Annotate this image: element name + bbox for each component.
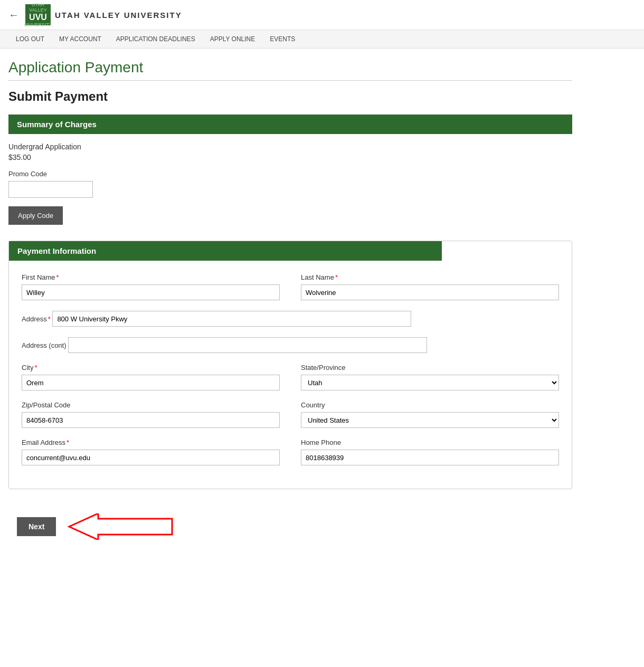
city-group: City* bbox=[22, 364, 280, 390]
logo-subtitle-bottom: UNIVERSITY bbox=[24, 22, 52, 27]
city-state-row: City* State/Province UtahAlabamaAlaskaAr… bbox=[22, 364, 559, 390]
bottom-bar: Next bbox=[8, 505, 572, 548]
state-label: State/Province bbox=[301, 364, 559, 371]
summary-section: Summary of Charges Undergrad Application… bbox=[8, 115, 572, 241]
promo-code-label: Promo Code bbox=[8, 170, 572, 178]
last-name-group: Last Name* bbox=[301, 273, 559, 300]
nav-bar: LOG OUT MY ACCOUNT APPLICATION DEADLINES… bbox=[0, 30, 644, 49]
charge-item-amount: $35.00 bbox=[8, 153, 572, 161]
page-content: Application Payment Submit Payment Summa… bbox=[0, 49, 581, 559]
first-name-label: First Name* bbox=[22, 273, 280, 281]
last-name-input[interactable] bbox=[301, 284, 559, 300]
first-name-input[interactable] bbox=[22, 284, 280, 300]
phone-label: Home Phone bbox=[301, 439, 559, 446]
address-cont-label: Address (cont) bbox=[22, 341, 67, 349]
country-select[interactable]: United StatesCanadaMexicoUnited KingdomA… bbox=[301, 412, 559, 428]
city-required: * bbox=[34, 364, 37, 371]
logo-subtitle-top: UTAH VALLEY bbox=[24, 2, 52, 13]
logo-area: UTAH VALLEY UVU UNIVERSITY UTAH VALLEY U… bbox=[25, 4, 182, 25]
charge-item-name: Undergrad Application bbox=[8, 142, 572, 151]
svg-marker-0 bbox=[69, 513, 172, 540]
email-input[interactable] bbox=[22, 450, 280, 465]
state-select[interactable]: UtahAlabamaAlaskaArizonaArkansasCaliforn… bbox=[301, 375, 559, 390]
state-group: State/Province UtahAlabamaAlaskaArizonaA… bbox=[301, 364, 559, 390]
last-name-required: * bbox=[335, 273, 338, 281]
arrow-svg bbox=[67, 513, 183, 540]
next-button[interactable]: Next bbox=[17, 517, 56, 536]
arrow-indicator bbox=[67, 513, 183, 540]
summary-header: Summary of Charges bbox=[8, 115, 572, 134]
address-label: Address* bbox=[22, 315, 52, 323]
phone-input[interactable] bbox=[301, 450, 559, 465]
logo-box: UTAH VALLEY UVU UNIVERSITY bbox=[25, 4, 51, 25]
country-label: Country bbox=[301, 401, 559, 409]
email-required: * bbox=[67, 439, 69, 446]
address-cont-row: Address (cont) bbox=[22, 337, 559, 353]
email-group: Email Address* bbox=[22, 439, 280, 465]
promo-code-input[interactable] bbox=[8, 181, 93, 198]
zip-label: Zip/Postal Code bbox=[22, 401, 280, 409]
name-row: First Name* Last Name* bbox=[22, 273, 559, 300]
university-name: UTAH VALLEY UNIVERSITY bbox=[55, 11, 182, 20]
zip-country-row: Zip/Postal Code Country United StatesCan… bbox=[22, 401, 559, 428]
first-name-required: * bbox=[56, 273, 59, 281]
nav-my-account[interactable]: MY ACCOUNT bbox=[52, 30, 109, 48]
city-label: City* bbox=[22, 364, 280, 371]
apply-code-button[interactable]: Apply Code bbox=[8, 206, 63, 225]
email-label: Email Address* bbox=[22, 439, 280, 446]
logo-uvu-text: UVU bbox=[24, 13, 52, 22]
nav-logout[interactable]: LOG OUT bbox=[8, 30, 52, 48]
address-input[interactable] bbox=[52, 311, 411, 327]
first-name-group: First Name* bbox=[22, 273, 280, 300]
address-cont-input[interactable] bbox=[68, 337, 427, 353]
payment-form-body: First Name* Last Name* Address* bbox=[9, 273, 572, 489]
address-required: * bbox=[48, 315, 51, 323]
nav-apply-online[interactable]: APPLY ONLINE bbox=[203, 30, 263, 48]
city-input[interactable] bbox=[22, 375, 280, 390]
address-row: Address* bbox=[22, 311, 559, 327]
country-group: Country United StatesCanadaMexicoUnited … bbox=[301, 401, 559, 428]
nav-app-deadlines[interactable]: APPLICATION DEADLINES bbox=[109, 30, 203, 48]
section-title: Submit Payment bbox=[8, 89, 572, 104]
page-title: Application Payment bbox=[8, 59, 572, 81]
payment-info-header: Payment Information bbox=[9, 241, 442, 261]
back-button[interactable]: ← bbox=[8, 9, 19, 21]
payment-card: Payment Information First Name* Last Nam… bbox=[8, 241, 572, 489]
nav-events[interactable]: EVENTS bbox=[262, 30, 302, 48]
last-name-label: Last Name* bbox=[301, 273, 559, 281]
phone-group: Home Phone bbox=[301, 439, 559, 465]
zip-group: Zip/Postal Code bbox=[22, 401, 280, 428]
header: ← UTAH VALLEY UVU UNIVERSITY UTAH VALLEY… bbox=[0, 0, 644, 30]
email-phone-row: Email Address* Home Phone bbox=[22, 439, 559, 465]
zip-input[interactable] bbox=[22, 412, 280, 428]
